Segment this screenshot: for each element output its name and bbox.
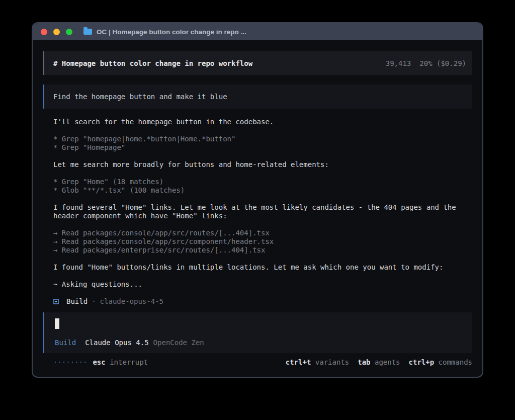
titlebar[interactable]: OC | Homepage button color change in rep… (33, 23, 482, 40)
session-title: # Homepage button color change in repo w… (53, 59, 252, 67)
spinner-dots: ········ (53, 358, 87, 366)
tool-call: * Glob "**/*.tsx" (100 matches) (53, 186, 472, 195)
assistant-text: I found several "Home" links. Let me loo… (53, 203, 472, 220)
tool-call: * Grep "Home" (18 matches) (53, 178, 472, 186)
terminal-content: # Homepage button color change in repo w… (33, 40, 482, 366)
minimize-window-button[interactable] (53, 29, 60, 35)
tool-call-group: → Read packages/console/app/src/routes/[… (53, 229, 472, 255)
agent-separator: · (92, 297, 96, 306)
session-header: # Homepage button color change in repo w… (43, 51, 472, 75)
assistant-text: Let me search more broadly for buttons a… (53, 160, 472, 169)
zoom-window-button[interactable] (66, 29, 72, 35)
prompt-input[interactable]: Build Claude Opus 4.5 OpenCode Zen (43, 312, 472, 353)
hint-agents: tab agents (358, 358, 400, 366)
assistant-text: I found "Home" buttons/links in multiple… (53, 263, 472, 272)
agent-model: claude-opus-4-5 (100, 297, 163, 306)
session-stats: 39,41320% ($0.29) (386, 59, 466, 67)
status-left: ········esc interrupt (53, 358, 148, 366)
text-cursor (55, 318, 59, 329)
window-title: OC | Homepage button color change in rep… (97, 28, 246, 36)
user-message-text: Find the homepage button and make it blu… (53, 93, 227, 101)
active-agent-label: Build (55, 339, 76, 347)
hint-interrupt: esc interrupt (93, 358, 148, 366)
close-window-button[interactable] (41, 29, 47, 35)
active-model-label: Claude Opus 4.5 (85, 339, 148, 347)
assistant-status-text: ~ Asking questions... (53, 280, 472, 289)
hint-commands: ctrl+p commands (409, 358, 472, 366)
tool-call-group: * Grep "homepage|home.*button|Home.*butt… (53, 135, 472, 152)
tool-call: → Read packages/console/app/src/componen… (53, 237, 472, 246)
agent-status-line: Build · claude-opus-4-5 (53, 297, 472, 306)
hint-variants: ctrl+t variants (286, 358, 349, 366)
terminal-window: OC | Homepage button color change in rep… (32, 22, 483, 378)
user-message: Find the homepage button and make it blu… (43, 85, 472, 109)
token-count: 39,413 (386, 59, 411, 67)
agent-status-icon (53, 299, 59, 304)
tool-call: → Read packages/enterprise/src/routes/[.… (53, 246, 472, 255)
tool-call-group: * Grep "Home" (18 matches) * Glob "**/*.… (53, 178, 472, 195)
conversation: I'll search for the homepage button in t… (43, 118, 472, 306)
agent-name: Build (66, 297, 88, 306)
model-provider-label: OpenCode Zen (153, 339, 204, 347)
tool-call: * Grep "homepage|home.*button|Home.*butt… (53, 135, 472, 143)
status-bar: ········esc interrupt ctrl+t variants ta… (43, 358, 472, 366)
assistant-text: I'll search for the homepage button in t… (53, 118, 472, 126)
model-line: Build Claude Opus 4.5 OpenCode Zen (55, 339, 463, 347)
tool-call: → Read packages/console/app/src/routes/[… (53, 229, 472, 237)
folder-icon (83, 29, 92, 35)
status-right: ctrl+t variants tab agents ctrl+p comman… (277, 358, 472, 366)
context-cost: 20% ($0.29) (419, 59, 466, 67)
tool-call: * Grep "Homepage" (53, 143, 472, 152)
